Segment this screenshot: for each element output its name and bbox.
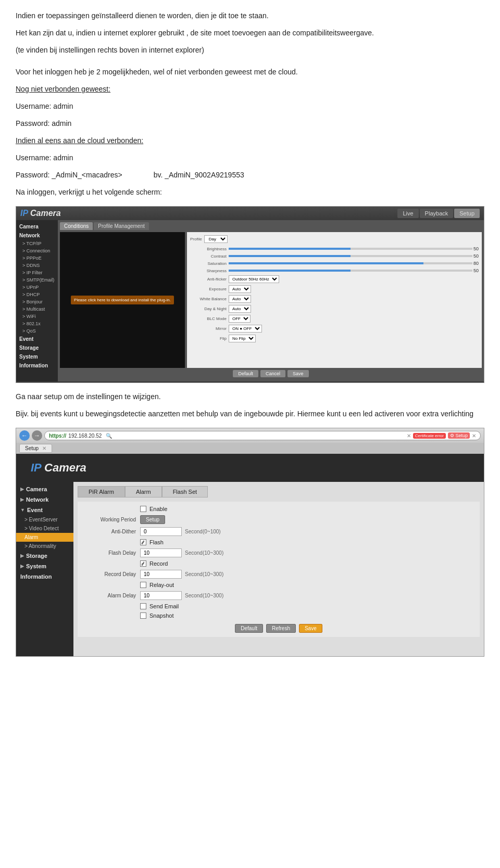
cam1-sidebar-ddns[interactable]: > DDNS [16, 262, 58, 269]
cam1-sharpness-row: Sharpness 50 [190, 268, 479, 273]
cam1-sidebar-upnp[interactable]: > UPnP [16, 284, 58, 291]
cam1-sidebar-8021x[interactable]: > 802.1x [16, 320, 58, 327]
tab-close-icon[interactable]: ✕ [42, 445, 46, 451]
cam2-se-checkbox[interactable] [140, 603, 146, 609]
after-login-text: Na inloggen, verkrijgt u het volgende sc… [16, 187, 484, 198]
browser-chrome: ← → https:// 192.168.20.52 🔍 ✕ Certifica… [16, 428, 484, 443]
cam2-sendemail-row: Send Email [84, 603, 473, 609]
cam1-nav: Live Playback Setup [397, 209, 480, 218]
cam1-wb-label: White Balance [190, 297, 227, 301]
cam2-ro-checkbox[interactable] [140, 582, 146, 588]
browser-https-label: https:// [49, 433, 66, 439]
cam1-sidebar-info[interactable]: Information [16, 361, 58, 370]
cam2-ad-label: Anti-Dither [84, 529, 136, 534]
cam1-blc-select[interactable]: OFF [229, 315, 251, 323]
cam1-sidebar-dhcp[interactable]: > DHCP [16, 291, 58, 298]
cam1-saturation-val: 80 [473, 261, 479, 266]
cam2-ad-input[interactable] [140, 527, 182, 536]
cam2-record-checkbox[interactable]: ✓ [140, 560, 146, 567]
browser-address-bar[interactable]: https:// 192.168.20.52 🔍 ✕ Certificate e… [44, 431, 481, 440]
cam1-daynight-label: Day & Night [190, 307, 227, 311]
cam1-sidebar-camera[interactable]: Camera [16, 222, 58, 231]
cam1-antiflicker-row: Anti-flicker Outdoor 50Hz 60Hz [190, 275, 479, 283]
cam1-sidebar-ipfilter[interactable]: > IP Filter [16, 269, 58, 276]
cam2-wp-setup-btn[interactable]: Setup [140, 515, 165, 524]
cam2-fd-ctrl: Second(10~300) [140, 548, 223, 557]
cam2-save-btn[interactable]: Save [299, 624, 322, 633]
cam2-fd-input[interactable] [140, 548, 182, 557]
cam2-working-period-row: Working Period Setup [84, 515, 473, 524]
cam1-sidebar-network[interactable]: Network [16, 231, 58, 240]
cam2-enable-checkbox[interactable] [140, 506, 146, 512]
cam1-sidebar-system[interactable]: System [16, 352, 58, 361]
cam1-wb-select[interactable]: Auto [229, 295, 251, 303]
cam1-sidebar-wifi[interactable]: > WiFi [16, 313, 58, 320]
cam2-alarm-tab[interactable]: Alarm [125, 486, 162, 497]
cam1-profile-select[interactable]: Day [204, 235, 228, 243]
cam2-sidebar-videodetect[interactable]: > Video Detect [16, 524, 73, 533]
cam2-pir-tab[interactable]: PiR Alarm [78, 486, 125, 497]
cam1-contrast-slider[interactable] [229, 255, 472, 257]
cam2-almd-input[interactable] [140, 591, 182, 600]
cam1-saturation-row: Saturation 80 [190, 261, 479, 266]
cam1-sidebar-connection[interactable]: > Connection [16, 247, 58, 254]
cam1-plugin-msg[interactable]: Please click here to download and instal… [71, 296, 174, 304]
cam2-sidebar: ▶ Camera ▶ Network ▼ Event > EventServer… [16, 482, 73, 657]
cam2-sidebar-network[interactable]: ▶ Network [16, 494, 73, 505]
cam2-ad-ctrl: Second(0~100) [140, 527, 221, 536]
cam1-flip-select[interactable]: No Flip [229, 335, 256, 342]
cam1-save-btn[interactable]: Save [288, 370, 309, 377]
cam1-sidebar-event[interactable]: Event [16, 335, 58, 343]
cam1-daynight-select[interactable]: Auto [229, 305, 251, 313]
cam1-sidebar-bonjour[interactable]: > Bonjour [16, 298, 58, 305]
cam1-wb-row: White Balance Auto [190, 295, 479, 303]
cam2-sidebar-eventserver[interactable]: > EventServer [16, 515, 73, 524]
paragraph-3: (te vinden bij instellingen rechts boven… [16, 45, 484, 78]
browser-back-btn[interactable]: ← [19, 430, 30, 441]
cam2-sidebar-abnormality[interactable]: > Abnormality [16, 542, 73, 551]
cam1-saturation-slider[interactable] [229, 262, 472, 264]
cam2-sidebar-alarm[interactable]: Alarm [16, 533, 73, 542]
cam1-sidebar-smtp[interactable]: > SMTP(Email) [16, 276, 58, 284]
cam2-ro-text: Relay-out [149, 582, 174, 588]
cam2-main: PiR Alarm Alarm Flash Set Enable Working… [73, 482, 484, 657]
cam1-profile-row: Profile Day [190, 235, 479, 243]
cam1-tab-conditions[interactable]: Conditions [60, 222, 93, 230]
cam2-flash-tab[interactable]: Flash Set [162, 486, 208, 497]
cam2-record-row: ✓ Record [84, 560, 473, 567]
cam1-cancel-btn[interactable]: Cancel [260, 370, 285, 377]
cam1-sidebar-qos[interactable]: > QoS [16, 327, 58, 335]
cam2-sidebar-system[interactable]: ▶ System [16, 561, 73, 571]
cam2-sidebar-event[interactable]: ▼ Event [16, 505, 73, 515]
cam2-default-btn[interactable]: Default [235, 624, 263, 633]
cam1-flip-label: Flip [190, 336, 227, 341]
browser-forward-btn[interactable]: → [32, 430, 42, 441]
cam2-sidebar-storage[interactable]: ▶ Storage [16, 551, 73, 561]
cam1-tab-profile[interactable]: Profile Management [94, 222, 149, 230]
cam1-sidebar-multicast[interactable]: > Multicast [16, 305, 58, 313]
browser-tab-setup[interactable]: Setup ✕ [19, 444, 52, 453]
cam2-refresh-btn[interactable]: Refresh [266, 624, 296, 633]
cam1-mirror-select[interactable]: ON ● OFF [229, 325, 262, 333]
cam2-rd-input[interactable] [140, 570, 182, 579]
cam1-sidebar-pppoe[interactable]: > PPPoE [16, 254, 58, 262]
cam1-settings: Profile Day Brightness 50 Contrast [187, 232, 482, 368]
cam1-sidebar-storage[interactable]: Storage [16, 343, 58, 352]
cam2-flash-checkbox[interactable]: ✓ [140, 539, 146, 545]
cam1-setup-btn[interactable]: Setup [454, 209, 480, 218]
cam1-sidebar-tcpip[interactable]: > TCP/IP [16, 240, 58, 247]
cam1-exposure-select[interactable]: Auto [229, 285, 251, 293]
cam2-body: ▶ Camera ▶ Network ▼ Event > EventServer… [16, 482, 484, 657]
cam1-brightness-slider[interactable] [229, 248, 472, 250]
cam2-sidebar-camera[interactable]: ▶ Camera [16, 484, 73, 494]
cam2-antidither-row: Anti-Dither Second(0~100) [84, 527, 473, 536]
cam1-sharpness-slider[interactable] [229, 270, 472, 272]
cam1-antiflicker-select[interactable]: Outdoor 50Hz 60Hz [229, 275, 279, 283]
cam2-almd-unit: Second(10~300) [185, 593, 223, 598]
cam2-screenshot: ← → https:// 192.168.20.52 🔍 ✕ Certifica… [16, 428, 484, 657]
cam1-live-btn[interactable]: Live [397, 209, 418, 218]
cam2-sidebar-info[interactable]: Information [16, 571, 73, 582]
cam1-playback-btn[interactable]: Playback [420, 209, 454, 218]
cam1-default-btn[interactable]: Default [233, 370, 258, 377]
cam2-snap-checkbox[interactable] [140, 612, 146, 619]
